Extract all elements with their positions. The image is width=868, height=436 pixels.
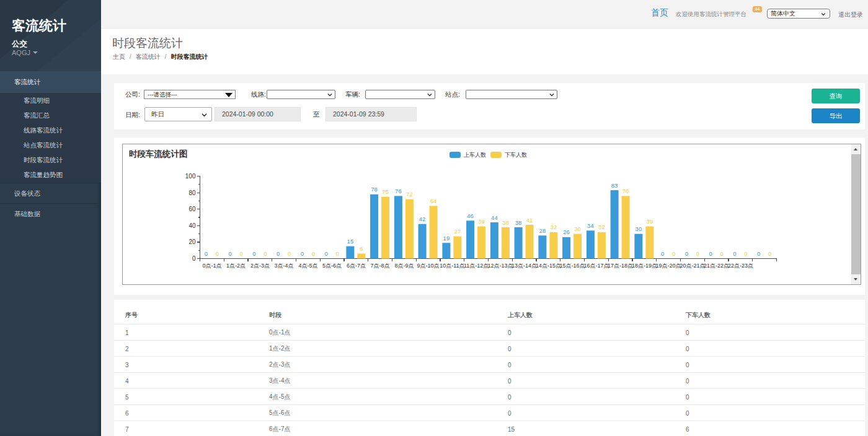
svg-text:38: 38: [502, 219, 509, 226]
svg-text:0: 0: [205, 250, 208, 257]
svg-text:0: 0: [696, 250, 699, 257]
svg-text:0: 0: [324, 250, 327, 257]
svg-text:32: 32: [598, 224, 605, 230]
svg-text:0: 0: [192, 255, 196, 262]
svg-text:0: 0: [264, 250, 267, 257]
svg-text:6点-7点: 6点-7点: [347, 263, 366, 269]
svg-text:0: 0: [685, 250, 688, 257]
svg-text:40: 40: [188, 222, 196, 229]
svg-text:39: 39: [478, 218, 485, 225]
svg-text:44: 44: [491, 214, 498, 221]
svg-text:83: 83: [611, 182, 618, 189]
svg-text:0: 0: [312, 250, 315, 257]
svg-text:15: 15: [347, 238, 354, 245]
svg-text:0: 0: [288, 250, 291, 257]
svg-text:28: 28: [539, 227, 546, 234]
svg-text:22点-23点: 22点-23点: [728, 263, 753, 269]
svg-text:5点-6点: 5点-6点: [322, 263, 342, 269]
svg-text:0: 0: [239, 250, 242, 257]
svg-text:13点-14点: 13点-14点: [512, 263, 537, 269]
svg-text:0: 0: [252, 250, 255, 257]
svg-text:7点-8点: 7点-8点: [371, 263, 390, 269]
svg-text:20点-21点: 20点-21点: [680, 263, 705, 269]
svg-text:0: 0: [757, 250, 760, 257]
svg-text:0: 0: [768, 250, 771, 257]
svg-text:0: 0: [709, 250, 712, 257]
svg-text:3点-4点: 3点-4点: [275, 263, 294, 269]
svg-text:75: 75: [382, 188, 389, 195]
svg-text:0: 0: [301, 250, 304, 257]
svg-text:6: 6: [360, 245, 363, 252]
svg-text:11点-12点: 11点-12点: [464, 263, 489, 269]
svg-text:30: 30: [636, 225, 642, 232]
svg-text:100: 100: [185, 173, 196, 180]
svg-text:12点-13点: 12点-13点: [487, 263, 513, 269]
svg-text:17点-18点: 17点-18点: [608, 263, 633, 269]
svg-text:2点-3点: 2点-3点: [250, 263, 270, 269]
svg-text:32: 32: [551, 224, 557, 230]
svg-text:19点-20点: 19点-20点: [656, 263, 681, 269]
svg-text:27: 27: [454, 228, 461, 235]
svg-text:46: 46: [467, 212, 474, 219]
svg-text:0: 0: [720, 250, 723, 257]
svg-text:0: 0: [661, 250, 664, 257]
svg-text:10点-11点: 10点-11点: [440, 263, 464, 269]
svg-text:8点-9点: 8点-9点: [394, 263, 414, 269]
svg-text:16点-17点: 16点-17点: [583, 263, 609, 269]
svg-text:26: 26: [563, 229, 570, 235]
svg-text:72: 72: [406, 191, 413, 198]
svg-text:38: 38: [515, 219, 522, 226]
svg-text:0: 0: [216, 250, 219, 257]
svg-text:41: 41: [526, 217, 533, 224]
svg-text:0: 0: [744, 250, 747, 257]
svg-text:20: 20: [188, 238, 196, 245]
svg-text:1点-2点: 1点-2点: [226, 263, 246, 269]
svg-text:34: 34: [587, 222, 594, 229]
svg-text:15点-16点: 15点-16点: [560, 263, 585, 269]
svg-text:14点-15点: 14点-15点: [536, 263, 561, 269]
svg-text:19: 19: [443, 235, 450, 242]
svg-text:76: 76: [395, 188, 402, 194]
svg-text:80: 80: [188, 190, 196, 196]
svg-text:76: 76: [622, 188, 629, 194]
svg-text:0: 0: [733, 250, 736, 257]
svg-text:0: 0: [228, 250, 231, 257]
svg-text:4点-5点: 4点-5点: [298, 263, 317, 269]
svg-text:30: 30: [574, 225, 581, 232]
svg-text:39: 39: [647, 218, 653, 225]
svg-text:60: 60: [188, 206, 196, 212]
svg-text:9点-10点: 9点-10点: [417, 263, 440, 269]
svg-text:18点-19点: 18点-19点: [632, 263, 657, 269]
svg-text:0: 0: [335, 250, 339, 257]
svg-text:0: 0: [672, 250, 675, 257]
svg-text:21点-22点: 21点-22点: [704, 263, 729, 269]
svg-text:0: 0: [277, 250, 280, 257]
svg-text:42: 42: [419, 216, 426, 222]
svg-text:78: 78: [371, 186, 378, 193]
svg-text:0点-1点: 0点-1点: [202, 263, 221, 269]
svg-text:64: 64: [430, 198, 437, 204]
